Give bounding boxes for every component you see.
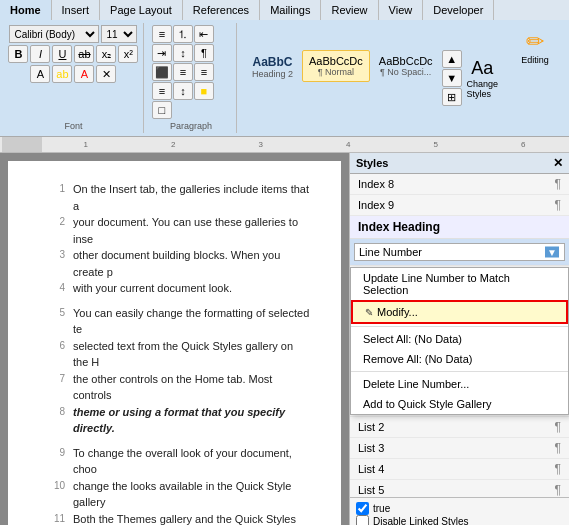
style-name-list2: List 2 — [358, 421, 555, 433]
line-text-8: theme or using a format that you specify… — [73, 404, 311, 437]
styles-panel-bottom: true Disable Linked Styles A↑ A↓ A? Opti… — [350, 497, 569, 525]
style-name-list3: List 3 — [358, 442, 555, 454]
style-heading2-button[interactable]: AaBbC Heading 2 — [245, 50, 300, 84]
line-number-11: 11 — [53, 511, 65, 526]
context-menu-item-select-all[interactable]: Select All: (No Data) — [351, 329, 568, 349]
styles-panel-title: Styles — [356, 157, 388, 169]
align-right-button[interactable]: ≡ — [194, 63, 214, 81]
context-menu-item-modify[interactable]: ✎ Modify... — [351, 300, 568, 324]
tab-insert[interactable]: Insert — [52, 0, 101, 20]
style-item-list2[interactable]: List 2 ¶ — [350, 417, 569, 438]
line-number-9: 9 — [53, 445, 65, 478]
context-item-update-label: Update Line Number to Match Selection — [363, 272, 556, 296]
superscript-button[interactable]: x² — [118, 45, 138, 63]
show-preview-checkbox[interactable] — [356, 502, 369, 515]
tab-developer[interactable]: Developer — [423, 0, 494, 20]
style-nospace-button[interactable]: AaBbCcDc ¶ No Spaci... — [372, 50, 440, 82]
style-item-index9[interactable]: Index 9 ¶ — [350, 195, 569, 216]
context-menu-item-remove-all[interactable]: Remove All: (No Data) — [351, 349, 568, 369]
style-item-index8[interactable]: Index 8 ¶ — [350, 174, 569, 195]
style-name-index9: Index 9 — [358, 199, 555, 211]
underline-button[interactable]: U — [52, 45, 72, 63]
borders-button[interactable]: □ — [152, 101, 172, 119]
tab-page-layout[interactable]: Page Layout — [100, 0, 183, 20]
align-left-button[interactable]: ⬛ — [152, 63, 172, 81]
style-item-list5[interactable]: List 5 ¶ — [350, 480, 569, 497]
line-number-4: 4 — [53, 280, 65, 297]
disable-linked-label[interactable]: Disable Linked Styles — [356, 515, 563, 525]
style-item-list3[interactable]: List 3 ¶ — [350, 438, 569, 459]
show-marks-button[interactable]: ¶ — [194, 44, 214, 62]
font-style-row: B I U ab x₂ x² — [8, 45, 138, 63]
font-controls: Calibri (Body) 11 B I U ab x₂ x² A ab A … — [8, 25, 138, 119]
highlight-button[interactable]: ab — [52, 65, 72, 83]
styles-scroll-down[interactable]: ▼ — [442, 69, 462, 87]
styles-list: Index 8 ¶ Index 9 ¶ Index Heading Line N… — [350, 174, 569, 497]
line-text-3: other document building blocks. When you… — [73, 247, 311, 280]
show-preview-label[interactable]: true — [356, 502, 563, 515]
style-item-line-number[interactable]: Line Number ▼ Update Line Number to Matc… — [350, 239, 569, 266]
line-number-6: 6 — [53, 338, 65, 371]
style-item-list4[interactable]: List 4 ¶ — [350, 459, 569, 480]
styles-scroll-up[interactable]: ▲ — [442, 50, 462, 68]
subscript-button[interactable]: x₂ — [96, 45, 116, 63]
context-menu-item-update[interactable]: Update Line Number to Match Selection — [351, 268, 568, 300]
tab-home[interactable]: Home — [0, 0, 52, 20]
disable-linked-checkbox[interactable] — [356, 515, 369, 525]
tab-review[interactable]: Review — [321, 0, 378, 20]
context-menu-item-add-gallery[interactable]: Add to Quick Style Gallery — [351, 394, 568, 414]
decrease-indent-button[interactable]: ⇤ — [194, 25, 214, 43]
sort-button[interactable]: ↕ — [173, 44, 193, 62]
line-number-select[interactable]: Line Number — [354, 243, 565, 261]
disable-linked-text: Disable Linked Styles — [373, 516, 469, 525]
clear-format-button[interactable]: ✕ — [96, 65, 116, 83]
font-color-button[interactable]: A — [74, 65, 94, 83]
styles-panel-close[interactable]: ✕ — [553, 156, 563, 170]
styles-more[interactable]: ⊞ — [442, 88, 462, 106]
bullets-button[interactable]: ≡ — [152, 25, 172, 43]
numbering-button[interactable]: ⒈ — [173, 25, 193, 43]
shading-button[interactable]: ■ — [194, 82, 214, 100]
style-heading2-text: AaBbC — [252, 55, 292, 69]
context-menu-sep-1 — [351, 326, 568, 327]
tab-references[interactable]: References — [183, 0, 260, 20]
style-normal-button[interactable]: AaBbCcDc ¶ Normal — [302, 50, 370, 82]
tab-view[interactable]: View — [379, 0, 424, 20]
document-page[interactable]: 1 On the Insert tab, the galleries inclu… — [8, 161, 341, 525]
doc-line-11: 11 Both the Themes gallery and the Quick… — [53, 511, 311, 526]
bold-button[interactable]: B — [8, 45, 28, 63]
increase-indent-button[interactable]: ⇥ — [152, 44, 172, 62]
style-name-index-heading: Index Heading — [358, 220, 561, 234]
change-styles-button[interactable]: Aa ChangeStyles — [462, 53, 504, 104]
justify-button[interactable]: ≡ — [152, 82, 172, 100]
context-menu-item-delete[interactable]: Delete Line Number... — [351, 374, 568, 394]
line-text-1: On the Insert tab, the galleries include… — [73, 181, 311, 214]
italic-button[interactable]: I — [30, 45, 50, 63]
line-text-10: change the looks available in the Quick … — [73, 478, 311, 511]
style-mark-index9: ¶ — [555, 198, 561, 212]
editing-icon: ✏ — [526, 29, 544, 55]
line-spacing-button[interactable]: ↕ — [173, 82, 193, 100]
styles-scroll-buttons: ▲ ▼ ⊞ — [442, 50, 462, 106]
line-number-7: 7 — [53, 371, 65, 404]
style-name-index8: Index 8 — [358, 178, 555, 190]
ribbon-tabs: Home Insert Page Layout References Maili… — [0, 0, 569, 20]
tab-mailings[interactable]: Mailings — [260, 0, 321, 20]
ruler-content: 1 2 3 4 5 6 — [42, 140, 567, 149]
font-name-row: Calibri (Body) 11 — [9, 25, 137, 43]
blank-line-1 — [53, 297, 311, 305]
style-item-index-heading[interactable]: Index Heading — [350, 216, 569, 239]
doc-line-6: 6 selected text from the Quick Styles ga… — [53, 338, 311, 371]
editing-button[interactable]: ✏ Editing — [517, 25, 553, 69]
text-effects-button[interactable]: A — [30, 65, 50, 83]
main-container: 1 On the Insert tab, the galleries inclu… — [0, 153, 569, 525]
context-item-add-label: Add to Quick Style Gallery — [363, 398, 491, 410]
strikethrough-button[interactable]: ab — [74, 45, 94, 63]
font-size-select[interactable]: 11 — [101, 25, 137, 43]
align-center-button[interactable]: ≡ — [173, 63, 193, 81]
context-menu-sep-2 — [351, 371, 568, 372]
font-name-select[interactable]: Calibri (Body) — [9, 25, 99, 43]
doc-line-7: 7 the other controls on the Home tab. Mo… — [53, 371, 311, 404]
doc-line-2: 2 your document. You can use these galle… — [53, 214, 311, 247]
context-item-remove-label: Remove All: (No Data) — [363, 353, 472, 365]
